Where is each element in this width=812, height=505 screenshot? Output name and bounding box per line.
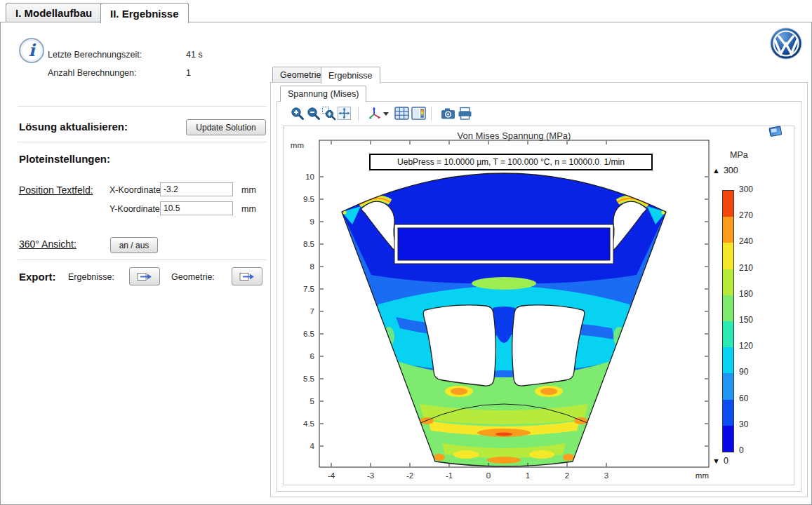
textfield-position-label: Position Textfeld: <box>19 184 93 196</box>
triangle-up-icon: ▲ <box>712 166 720 175</box>
export-heading: Export: <box>19 271 56 283</box>
grid-icon[interactable] <box>394 106 410 121</box>
colorbar-segment <box>723 269 733 295</box>
colorbar-segment <box>723 321 733 347</box>
last-computation-value: 41 s <box>186 50 203 60</box>
divider <box>18 260 267 260</box>
x-tick-label: -1 <box>446 471 453 480</box>
y-axis-unit: mm <box>291 141 304 149</box>
colorbar-tick-label: 270 <box>739 210 767 220</box>
computation-count-label: Anzahl Berechnungen: <box>48 68 136 78</box>
x-tick-label: 3 <box>604 471 608 480</box>
colorbar-tick-label: 0 <box>739 445 767 455</box>
colorbar-tick-label: 30 <box>739 419 767 429</box>
image-snapshot-icon[interactable] <box>441 106 456 121</box>
export-icon <box>137 271 152 282</box>
y-coordinate-input[interactable] <box>160 201 233 215</box>
export-icon <box>239 271 255 282</box>
tab-ergebnisse[interactable]: II. Ergebnisse <box>100 3 189 23</box>
tab-modellaufbau[interactable]: I. Modellaufbau <box>6 3 102 22</box>
colorbar-tick-label: 60 <box>739 393 767 403</box>
y-tick-label: 9 <box>310 217 314 226</box>
x-coordinate-unit: mm <box>241 185 256 195</box>
triangle-down-icon: ▼ <box>712 457 720 465</box>
y-tick-label: 8 <box>310 262 314 271</box>
y-tick-label: 4.5 <box>303 419 314 428</box>
zoom-extents-icon[interactable] <box>337 106 352 121</box>
export-geometry-button[interactable] <box>232 267 262 285</box>
y-tick-label: 7 <box>310 307 314 316</box>
colorbar-tick-label: 120 <box>739 341 767 351</box>
plot-annotation-textfield[interactable]: UebPress = 10.0000 µm, T = 100.000 °C, n… <box>369 154 653 170</box>
x-tick-label: -3 <box>367 471 374 480</box>
colorbar-segment <box>723 426 733 452</box>
update-solution-heading: Lösung aktualisieren: <box>19 121 128 133</box>
colorbar-max: ▲300 <box>712 166 738 175</box>
y-coordinate-label: Y-Koordinate: <box>109 204 162 214</box>
x-tick-label: -4 <box>328 471 335 480</box>
last-computation-label: Letzte Berechnungszeit: <box>48 50 142 60</box>
zoom-out-icon[interactable] <box>306 106 321 121</box>
colorbar-min: ▼0 <box>712 456 728 466</box>
color-legend-icon[interactable] <box>411 106 427 121</box>
axes-orientation-icon[interactable] <box>368 106 383 121</box>
app-window: I. Modellaufbau II. Ergebnisse i Letzte … <box>0 0 812 505</box>
plot-canvas[interactable]: mm mm <box>282 126 795 487</box>
computation-count-value: 1 <box>186 68 191 78</box>
colorbar-segment <box>723 295 733 321</box>
y-tick-label: 4 <box>310 442 315 450</box>
x-tick-label: -2 <box>406 471 413 480</box>
axes-dropdown-icon[interactable] <box>383 112 390 117</box>
y-tick-label: 7.5 <box>303 285 314 293</box>
toolbar-separator <box>431 107 432 121</box>
colorbar-tick-label: 300 <box>739 184 767 194</box>
view-360-toggle-button[interactable]: an / aus <box>110 237 158 253</box>
divider <box>18 142 267 142</box>
x-axis-unit: mm <box>695 471 709 480</box>
colorbar <box>722 190 734 452</box>
colorbar-segment <box>723 400 733 426</box>
info-icon: i <box>18 37 45 64</box>
colorbar-tick-label: 180 <box>739 289 767 299</box>
vw-logo <box>770 27 802 60</box>
colorbar-segment <box>723 191 733 217</box>
x-tick-label: 2 <box>565 471 569 480</box>
y-coordinate-unit: mm <box>241 204 256 214</box>
x-coordinate-input[interactable] <box>160 182 233 196</box>
zoom-box-icon[interactable] <box>321 106 337 121</box>
y-tick-label: 5.5 <box>303 375 314 383</box>
divider <box>18 106 267 107</box>
x-tick-label: 0 <box>486 471 491 480</box>
plot-window-icon[interactable] <box>768 125 785 139</box>
cutout-left <box>423 305 495 386</box>
colorbar-tick-label: 90 <box>739 367 767 377</box>
y-tick-label: 9.5 <box>303 195 314 203</box>
colorbar-segment <box>723 347 733 373</box>
x-tick-label: 1 <box>526 471 530 480</box>
export-results-label: Ergebnisse: <box>68 272 114 282</box>
y-tick-label: 6 <box>310 352 314 361</box>
colorbar-tick-label: 150 <box>739 315 767 325</box>
tab-ergebnisse-plot[interactable]: Ergebnisse <box>321 67 380 83</box>
view-360-label: 360° Ansicht: <box>19 238 76 250</box>
colorbar-segment <box>723 217 733 243</box>
print-icon[interactable] <box>458 106 473 121</box>
magnet <box>394 224 613 264</box>
colorbar-min-value: 0 <box>724 456 728 466</box>
cutout-right <box>512 305 585 386</box>
toolbar-separator <box>358 107 359 121</box>
colorbar-tick-label: 240 <box>739 236 767 246</box>
zoom-in-icon[interactable] <box>290 106 305 121</box>
plot-settings-heading: Ploteinstellungen: <box>19 153 110 165</box>
y-tick-label: 8.5 <box>303 240 314 248</box>
colorbar-segment <box>723 373 733 399</box>
export-geometry-label: Geometrie: <box>171 272 215 282</box>
y-tick-label: 10 <box>305 173 314 181</box>
export-results-button[interactable] <box>129 267 160 285</box>
colorbar-unit: MPa <box>730 150 748 160</box>
y-tick-label: 6.5 <box>303 330 314 338</box>
y-tick-label: 5 <box>310 397 314 405</box>
update-solution-button[interactable]: Update Solution <box>186 119 266 135</box>
tab-spannung-mises[interactable]: Spannung (Mises) <box>280 86 366 102</box>
x-coordinate-label: X-Koordinate: <box>109 185 163 195</box>
